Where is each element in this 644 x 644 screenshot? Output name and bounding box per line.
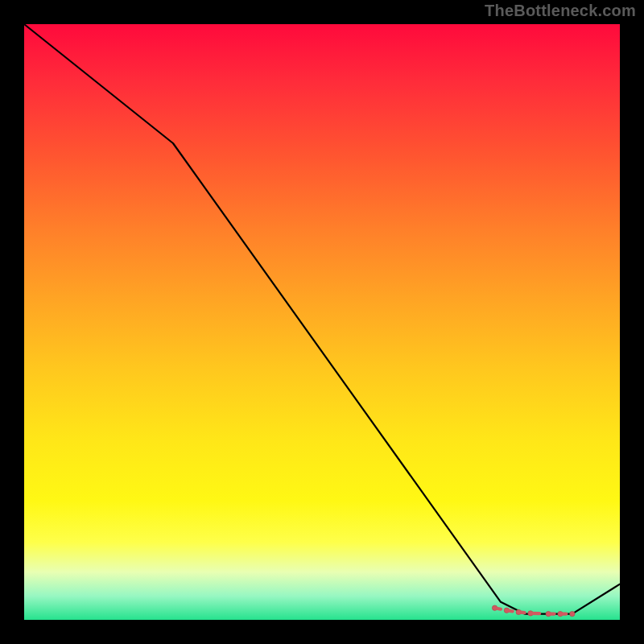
marker-dot bbox=[570, 611, 575, 616]
marker-dash bbox=[506, 610, 512, 611]
marker-dash bbox=[495, 608, 501, 609]
chart-frame: TheBottleneck.com bbox=[0, 0, 644, 644]
highlight-markers bbox=[492, 605, 575, 617]
marker-dash bbox=[518, 612, 524, 613]
plot-area bbox=[24, 24, 620, 620]
main-curve bbox=[24, 24, 620, 614]
watermark-text: TheBottleneck.com bbox=[485, 2, 636, 20]
chart-svg bbox=[24, 24, 620, 620]
